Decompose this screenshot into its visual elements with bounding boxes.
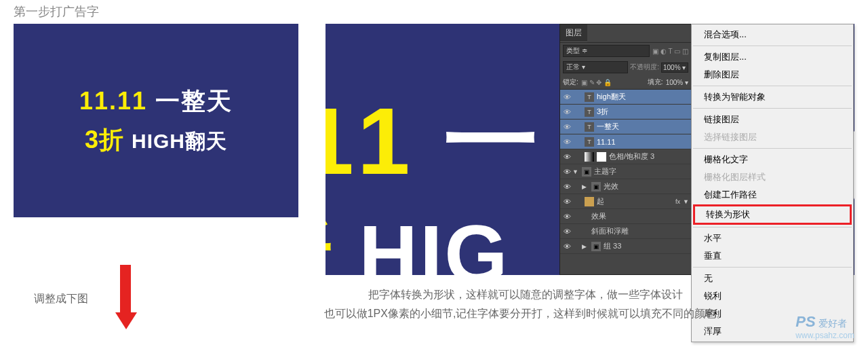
fx-expand-icon[interactable]: ▼ (683, 198, 690, 205)
visibility-icon[interactable]: 👁 (561, 153, 572, 161)
layer-name[interactable]: high翻天 (597, 92, 626, 102)
big-text-1: .11 一 (326, 78, 542, 207)
menu-item-duplicate-layer[interactable]: 复制图层... (692, 48, 853, 66)
menu-item-select-linked: 选择链接图层 (692, 128, 853, 146)
filter-icons[interactable]: ▣ ◐ T ▭ ◫ (652, 48, 688, 55)
panel-tab-layers[interactable]: 图层 (560, 24, 587, 42)
visibility-icon[interactable]: 👁 (561, 138, 572, 146)
layer-row[interactable]: 👁 T 3折 (560, 105, 691, 120)
fill-label: 填充: (648, 77, 663, 87)
layer-row[interactable]: 👁 ▼ ▣ 主题字 (560, 164, 691, 179)
lock-icons[interactable]: ▣ ✎ ✥ 🔒 (581, 79, 612, 86)
big2-yellow: 折 (326, 208, 359, 275)
layer-name[interactable]: 效果 (591, 211, 606, 221)
visibility-icon[interactable]: 👁 (561, 198, 572, 206)
panel-filter-row: 类型 ≑ ▣ ◐ T ▭ ◫ (560, 42, 691, 59)
left-line2-yellow: 3折 (85, 126, 132, 153)
adjustment-icon (585, 152, 594, 162)
layer-type-text-icon: T (585, 107, 594, 117)
big2-white: HIG (359, 208, 509, 275)
layer-name[interactable]: 光效 (604, 181, 618, 191)
layer-name[interactable]: 斜面和浮雕 (591, 226, 629, 236)
layer-name[interactable]: 组 33 (604, 241, 621, 251)
folder-icon: ▣ (591, 242, 601, 251)
panel-lock-row: 锁定: ▣ ✎ ✥ 🔒 填充: 100% ▾ (560, 75, 691, 90)
layer-name[interactable]: 3折 (597, 107, 608, 117)
visibility-icon[interactable]: 👁 (561, 242, 572, 251)
menu-separator (693, 108, 852, 109)
blend-mode-select[interactable]: 正常 ▾ (563, 61, 628, 73)
layer-row[interactable]: 👁 T high翻天 (560, 90, 691, 105)
layer-row[interactable]: 👁 效果 (560, 209, 691, 224)
layer-row[interactable]: 👁 起 fx ▼ (560, 194, 691, 209)
layer-row[interactable]: 👁 斜面和浮雕 (560, 224, 691, 239)
opacity-value[interactable]: 100% ▾ (661, 62, 688, 73)
menu-item-vertical[interactable]: 垂直 (692, 247, 853, 265)
big1-white: 一 (443, 88, 542, 194)
desc-line2: 也可以做1PX像素的小细节,记住字体要分开打，这样到时候就可以填充不同的颜色。 (324, 308, 728, 319)
left-line1-white: 一整天 (155, 87, 233, 115)
left-line2: 3折 HIGH翻天 (85, 124, 227, 157)
big-text-2: 折 HIG (326, 200, 510, 275)
menu-item-link-layers[interactable]: 链接图层 (692, 111, 853, 128)
description-text: 把字体转换为形状，这样就可以随意的调整字体，做一些字体设计 也可以做1PX像素的… (264, 285, 787, 323)
left-line2-white: HIGH翻天 (132, 130, 227, 152)
layer-name[interactable]: 色相/饱和度 3 (609, 151, 654, 162)
menu-separator (693, 148, 852, 149)
menu-item-convert-to-shape[interactable]: 转换为形状 (693, 204, 852, 225)
layer-row[interactable]: 👁 色相/饱和度 3 (560, 149, 691, 164)
layer-type-text-icon: T (585, 92, 594, 102)
fx-label[interactable]: fx (675, 198, 680, 205)
big1-yellow: .11 (326, 88, 443, 194)
menu-separator (693, 45, 852, 46)
opacity-label: 不透明度: (630, 62, 659, 72)
expand-icon[interactable]: ▶ (582, 183, 589, 190)
visibility-icon[interactable]: 👁 (561, 227, 572, 236)
visibility-icon[interactable]: 👁 (561, 108, 572, 116)
folder-icon: ▣ (582, 167, 591, 177)
layer-list: 👁 T high翻天 👁 T 3折 👁 T 一整天 👁 T 11.11 👁 (560, 90, 691, 254)
folder-icon: ▣ (591, 182, 601, 191)
left-line1: 11.11 一整天 (79, 85, 233, 118)
layer-row[interactable]: 👁 ▶ ▣ 光效 (560, 179, 691, 194)
menu-item-rasterize-text[interactable]: 栅格化文字 (692, 151, 853, 168)
step-title: 第一步打广告字 (14, 3, 99, 20)
menu-item-create-work-path[interactable]: 创建工作路径 (692, 186, 853, 204)
layer-name[interactable]: 主题字 (594, 166, 616, 177)
menu-separator (693, 227, 852, 227)
visibility-icon[interactable]: 👁 (561, 168, 572, 176)
expand-icon[interactable]: ▶ (582, 243, 589, 250)
visibility-icon[interactable]: 👁 (561, 213, 572, 221)
menu-item-rasterize-style: 栅格化图层样式 (692, 168, 853, 186)
desc-line1: 把字体转换为形状，这样就可以随意的调整字体，做一些字体设计 (368, 289, 683, 300)
menu-item-convert-smart-object[interactable]: 转换为智能对象 (692, 88, 853, 106)
layer-name[interactable]: 11.11 (597, 138, 616, 146)
visibility-icon[interactable]: 👁 (561, 183, 572, 191)
filter-kind[interactable]: 类型 ≑ (563, 45, 650, 57)
layer-type-text-icon: T (585, 122, 594, 132)
layer-type-text-icon: T (585, 137, 594, 147)
adjust-text: 调整成下图 (34, 292, 88, 306)
layers-panel[interactable]: 图层 类型 ≑ ▣ ◐ T ▭ ◫ 正常 ▾ 不透明度: 100% ▾ 锁定: … (559, 24, 692, 275)
visibility-icon[interactable]: 👁 (561, 93, 572, 101)
watermark-url: www.psahz.com (795, 331, 854, 340)
watermark: PS 爱好者 www.psahz.com (795, 313, 854, 340)
layer-row[interactable]: 👁 T 11.11 (560, 134, 691, 149)
menu-item-horizontal[interactable]: 水平 (692, 230, 853, 247)
layer-name[interactable]: 起 (597, 196, 604, 206)
menu-separator (693, 267, 852, 268)
layer-thumb (585, 197, 594, 206)
watermark-logo: PS (795, 313, 815, 330)
menu-item-blending-options[interactable]: 混合选项... (692, 26, 853, 43)
panel-blend-row: 正常 ▾ 不透明度: 100% ▾ (560, 59, 691, 75)
fill-value[interactable]: 100% ▾ (666, 79, 688, 86)
menu-separator (693, 86, 852, 86)
expand-icon[interactable]: ▼ (572, 168, 579, 175)
lock-label: 锁定: (563, 77, 578, 87)
layer-row[interactable]: 👁 ▶ ▣ 组 33 (560, 239, 691, 254)
mask-thumb (597, 152, 606, 162)
layer-name[interactable]: 一整天 (597, 122, 619, 132)
layer-row[interactable]: 👁 T 一整天 (560, 120, 691, 134)
menu-item-delete-layer[interactable]: 删除图层 (692, 66, 853, 84)
visibility-icon[interactable]: 👁 (561, 123, 572, 131)
